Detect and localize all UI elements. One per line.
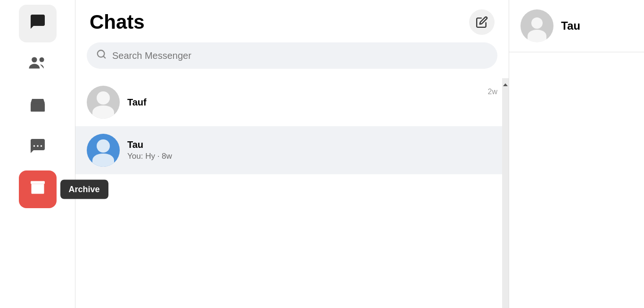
sidebar-item-people[interactable] bbox=[19, 46, 57, 84]
chat-name-tauf: Tauf bbox=[127, 97, 480, 108]
scrollbar-up-button[interactable] bbox=[502, 78, 509, 91]
svg-point-1 bbox=[39, 57, 44, 62]
people-icon bbox=[28, 55, 47, 75]
chats-panel: Chats bbox=[75, 0, 509, 308]
profile-header: Tau bbox=[509, 0, 644, 52]
archive-tooltip: Archive bbox=[60, 180, 108, 199]
chat-bubble-icon bbox=[29, 13, 46, 34]
marketplace-icon bbox=[29, 96, 46, 117]
avatar-tau bbox=[87, 134, 120, 167]
chat-name-tau: Tau bbox=[127, 139, 497, 150]
svg-point-5 bbox=[33, 145, 35, 147]
svg-point-6 bbox=[37, 145, 39, 147]
svg-point-0 bbox=[32, 57, 37, 62]
chat-item-tau[interactable]: Tau You: Hy · 8w bbox=[75, 126, 509, 174]
chat-time-tauf: 2w bbox=[488, 88, 497, 96]
sidebar-item-marketplace[interactable] bbox=[19, 88, 57, 125]
sidebar-item-chats[interactable] bbox=[19, 5, 57, 42]
svg-rect-3 bbox=[35, 105, 40, 112]
profile-name: Tau bbox=[561, 19, 580, 32]
chat-item-tauf[interactable]: Tauf 2w bbox=[75, 78, 509, 126]
sidebar-item-archive[interactable]: Archive bbox=[19, 170, 57, 208]
profile-avatar bbox=[520, 9, 553, 42]
chat-info-tau: Tau You: Hy · 8w bbox=[127, 139, 497, 161]
search-input[interactable] bbox=[112, 50, 488, 61]
scrollbar-track bbox=[502, 78, 509, 308]
svg-rect-8 bbox=[31, 181, 45, 184]
svg-line-11 bbox=[103, 56, 105, 58]
svg-marker-12 bbox=[503, 83, 508, 86]
compose-button[interactable] bbox=[469, 9, 495, 35]
chats-title: Chats bbox=[90, 11, 145, 33]
search-icon bbox=[96, 49, 107, 62]
right-panel: Tau bbox=[509, 0, 644, 308]
chat-preview-tau: You: Hy · 8w bbox=[127, 152, 497, 161]
chat-list: Tauf 2w Tau You: Hy · 8w bbox=[75, 78, 509, 308]
sidebar: Archive bbox=[0, 0, 75, 308]
search-bar bbox=[87, 42, 497, 69]
chats-header: Chats bbox=[75, 0, 509, 42]
chat-info-tauf: Tauf bbox=[127, 97, 480, 108]
sidebar-item-messages[interactable] bbox=[19, 129, 57, 167]
svg-point-7 bbox=[40, 145, 42, 147]
archive-icon bbox=[29, 179, 46, 200]
search-container bbox=[75, 42, 509, 78]
speech-bubble-dots-icon bbox=[29, 138, 46, 158]
avatar-tauf bbox=[87, 86, 120, 119]
